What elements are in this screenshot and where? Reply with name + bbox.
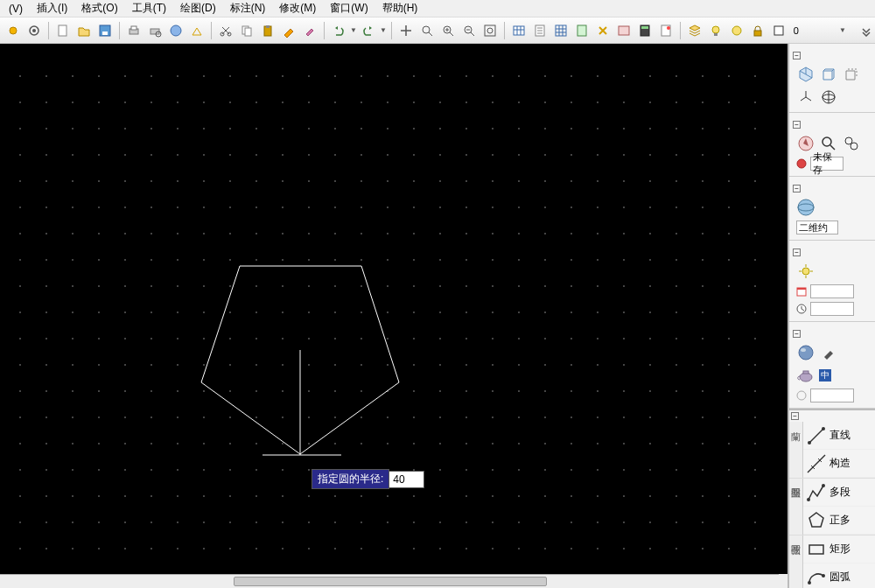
svg-rect-16	[266, 25, 270, 28]
menu-bar: (V) 插入(I) 格式(O) 工具(T) 绘图(D) 标注(N) 修改(M) …	[0, 0, 875, 18]
find-replace-icon[interactable]	[842, 134, 861, 153]
hidden-cube-icon[interactable]	[842, 65, 861, 84]
redo-icon[interactable]	[359, 21, 378, 40]
markup-icon[interactable]	[656, 21, 676, 40]
collapse-icon[interactable]: −	[793, 330, 801, 338]
globe-icon[interactable]	[819, 88, 838, 107]
collapse-icon[interactable]: −	[793, 121, 801, 129]
zoom-window-icon[interactable]	[417, 21, 437, 40]
menu-format[interactable]: 格式(O)	[74, 0, 124, 18]
svg-point-33	[732, 26, 741, 35]
tool-construction-line[interactable]: 构造	[803, 450, 875, 478]
drawing-layer	[0, 52, 779, 574]
print-icon[interactable]	[124, 21, 144, 40]
polygon-icon	[803, 508, 830, 534]
collapse-icon[interactable]: −	[793, 185, 801, 192]
dropdown-arrow-icon[interactable]: ▼	[350, 26, 357, 34]
pan-icon[interactable]	[396, 21, 416, 40]
grid-icon[interactable]	[551, 21, 570, 40]
new-icon[interactable]	[53, 21, 73, 40]
tool-rectangle[interactable]: 矩形	[803, 536, 875, 564]
copy-icon[interactable]	[237, 21, 256, 40]
tool-label: 直线	[830, 428, 875, 443]
teapot-icon[interactable]	[796, 366, 816, 385]
cut-icon[interactable]	[216, 21, 235, 40]
lock-icon[interactable]	[748, 21, 767, 40]
paint-icon[interactable]	[819, 343, 838, 362]
svg-point-62	[808, 581, 811, 584]
svg-line-57	[808, 455, 825, 472]
color-square-icon[interactable]	[769, 21, 788, 40]
paste-icon[interactable]	[258, 21, 277, 40]
workspace-select[interactable]: 二维约	[796, 220, 838, 234]
properties-icon[interactable]	[614, 21, 634, 40]
tool-line[interactable]: 直线	[803, 422, 875, 450]
match-prop-icon[interactable]	[279, 21, 298, 40]
tool-arc[interactable]: 圆弧	[803, 564, 875, 588]
dropdown-arrow-icon[interactable]: ▼	[380, 26, 387, 34]
radius-input[interactable]	[389, 471, 424, 488]
bulb-icon[interactable]	[706, 21, 725, 40]
dropdown-arrow-icon[interactable]: ▼	[839, 26, 846, 34]
menu-tools[interactable]: 工具(T)	[125, 0, 173, 18]
separator	[391, 22, 392, 39]
svg-point-0	[10, 27, 17, 34]
svg-rect-24	[556, 25, 566, 36]
gear-icon[interactable]	[24, 21, 44, 40]
globe-large-icon[interactable]	[796, 198, 816, 217]
collapse-icon[interactable]: −	[793, 248, 801, 256]
svg-point-49	[799, 346, 813, 360]
time-field[interactable]	[810, 302, 854, 316]
calc-icon[interactable]	[635, 21, 654, 40]
freeze-icon[interactable]	[727, 21, 746, 40]
save-icon[interactable]	[95, 21, 115, 40]
separator	[48, 22, 49, 39]
collapse-icon[interactable]: −	[791, 412, 799, 420]
layer-name[interactable]: 0	[790, 25, 802, 36]
cube-badge[interactable]: 中	[819, 369, 831, 382]
menu-help[interactable]: 帮助(H)	[375, 0, 425, 18]
toolbar-overflow-icon[interactable]	[859, 24, 873, 38]
table-icon[interactable]	[509, 21, 528, 40]
material-field[interactable]	[810, 388, 854, 402]
sphere-icon[interactable]	[796, 343, 816, 362]
sun-plot-icon[interactable]	[796, 262, 816, 281]
tool-label: 多段	[830, 485, 875, 500]
menu-window[interactable]: 窗口(W)	[323, 0, 374, 18]
undo-icon[interactable]	[329, 21, 348, 40]
sun-icon[interactable]	[4, 21, 23, 40]
svg-rect-26	[619, 26, 629, 35]
sheet-icon[interactable]	[572, 21, 592, 40]
menu-dimension[interactable]: 标注(N)	[223, 0, 273, 18]
ucs-icon[interactable]	[796, 88, 816, 107]
sheet-set-icon[interactable]	[530, 21, 550, 40]
canvas[interactable]: 指定圆的半径:	[0, 44, 788, 588]
collapse-icon[interactable]: −	[793, 52, 801, 60]
zoom-out-icon[interactable]	[459, 21, 479, 40]
plot-icon[interactable]	[187, 21, 206, 40]
svg-marker-60	[809, 513, 823, 527]
layers-icon[interactable]	[685, 21, 704, 40]
open-icon[interactable]	[74, 21, 94, 40]
line-icon	[803, 423, 830, 449]
svg-rect-20	[485, 25, 495, 36]
publish-icon[interactable]	[166, 21, 186, 40]
print-preview-icon[interactable]	[145, 21, 164, 40]
tool-label: 矩形	[830, 542, 875, 556]
menu-modify[interactable]: 修改(M)	[272, 0, 323, 18]
unsaved-label[interactable]: 未保存	[810, 157, 844, 171]
menu-v[interactable]: (V)	[2, 1, 30, 17]
menu-draw[interactable]: 绘图(D)	[173, 0, 223, 18]
tools-icon[interactable]	[593, 21, 612, 40]
zoom-in-icon[interactable]	[438, 21, 458, 40]
brush-icon[interactable]	[300, 21, 319, 40]
scrollbar-h[interactable]	[0, 574, 779, 588]
wireframe-cube-icon[interactable]	[819, 65, 838, 84]
menu-insert[interactable]: 插入(I)	[30, 0, 74, 18]
tool-polyline[interactable]: 多段	[803, 479, 875, 507]
tool-polygon[interactable]: 正多	[803, 507, 875, 535]
cube-icon[interactable]	[796, 65, 816, 84]
date-field[interactable]	[810, 284, 854, 298]
zoom-extents-icon[interactable]	[480, 21, 500, 40]
svg-rect-28	[641, 26, 648, 29]
